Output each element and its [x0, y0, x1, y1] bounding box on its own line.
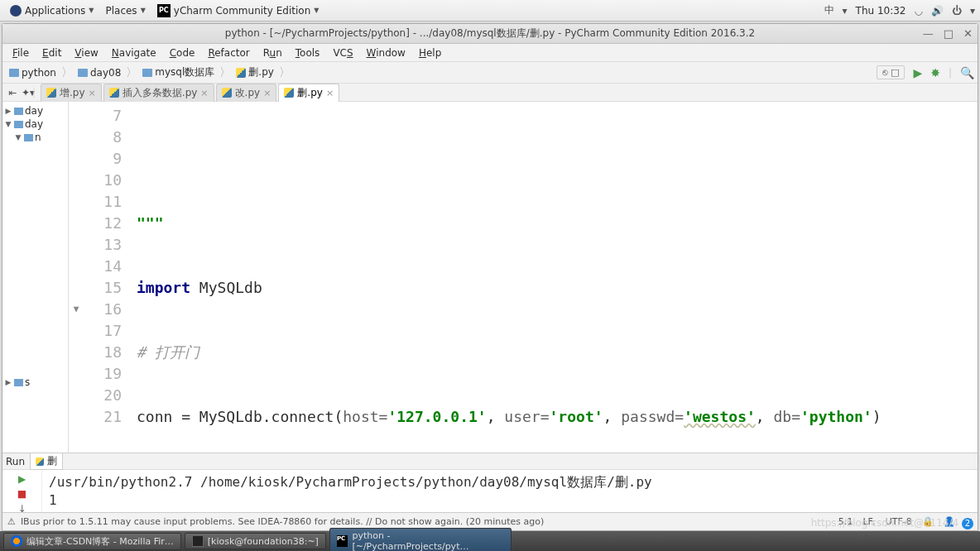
maximize-button[interactable]: □: [944, 27, 954, 40]
back-icon[interactable]: ⇤: [6, 87, 19, 98]
code-line: conn = MySQLdb.connect(host='127.0.0.1',…: [137, 406, 971, 428]
close-tab-icon[interactable]: ×: [89, 88, 96, 98]
line-separator[interactable]: LF:: [862, 516, 875, 527]
status-message[interactable]: IBus prior to 1.5.11 may cause input pro…: [21, 516, 544, 527]
menu-code[interactable]: Code: [163, 46, 202, 60]
project-tree[interactable]: ▶day ▼day ▼n ▶s: [2, 102, 69, 453]
minimize-button[interactable]: —: [923, 27, 934, 40]
menu-view[interactable]: View: [68, 46, 104, 60]
caret-position[interactable]: 5:1: [838, 516, 853, 527]
close-tab-icon[interactable]: ×: [326, 88, 334, 98]
run-command: /usr/bin/python2.7 /home/kiosk/PycharmPr…: [49, 473, 971, 491]
taskbar-pycharm[interactable]: PCpython - [~/PycharmProjects/pyt…: [329, 528, 512, 551]
editor-tool-row: ⇤ ✦▾ | 增.py× 插入多条数据.py× 改.py× 删.py×: [2, 84, 978, 102]
tab-gai[interactable]: 改.py×: [216, 84, 277, 102]
run-config-selector[interactable]: ⎋ □: [877, 65, 906, 79]
file-encoding[interactable]: UTF-8: [886, 516, 912, 527]
network-icon[interactable]: ◡: [914, 5, 922, 17]
pycharm-icon: PC: [157, 4, 171, 17]
tree-row[interactable]: ▶day: [4, 104, 66, 117]
pycharm-icon: PC: [337, 535, 348, 547]
folder-icon: [24, 134, 33, 141]
run-tool-window: Run 删 ▶ ■ ↓ /usr/bin/python2.7 /home/kio…: [2, 453, 978, 512]
python-file-icon: [46, 88, 56, 98]
taskbar-firefox[interactable]: 编辑文章-CSDN博客 - Mozilla Fir…: [3, 533, 181, 550]
close-tab-icon[interactable]: ×: [263, 88, 271, 98]
gutter-warning-icon: ▼: [69, 299, 84, 320]
taskbar-terminal[interactable]: [kiosk@foundation38:~]: [185, 533, 326, 549]
lock-icon[interactable]: 🔒: [922, 516, 934, 527]
code-editor[interactable]: ▼ 789101112131415161718192021 """ import…: [69, 102, 978, 453]
user-menu-icon[interactable]: ▾: [970, 5, 975, 17]
places-menu[interactable]: Places▼: [100, 3, 150, 18]
status-warning-icon[interactable]: ⚠: [7, 516, 16, 527]
run-config-tab[interactable]: 删: [30, 453, 63, 470]
crumb-day08[interactable]: day08: [74, 66, 124, 79]
window-title: python - [~/PycharmProjects/python] - ..…: [225, 26, 755, 41]
menu-file[interactable]: File: [6, 46, 36, 60]
menu-run[interactable]: Run: [257, 46, 289, 60]
tree-row[interactable]: ▼n: [4, 131, 66, 144]
power-icon[interactable]: ⏻: [952, 5, 962, 17]
tab-zeng[interactable]: 增.py×: [41, 84, 102, 102]
folder-icon: [14, 108, 23, 115]
folder-icon: [14, 121, 23, 128]
folder-icon: [78, 69, 88, 77]
python-file-icon: [222, 88, 232, 98]
debug-button[interactable]: ✸: [930, 66, 940, 79]
crumb-mysql[interactable]: mysql数据库: [139, 65, 218, 80]
code-content[interactable]: """ import MySQLdb # 打开门 conn = MySQLdb.…: [130, 102, 978, 453]
rerun-icon[interactable]: ▶: [18, 473, 26, 485]
gutter-marks: ▼: [69, 102, 84, 453]
terminal-icon: [192, 535, 204, 547]
run-label: Run: [6, 456, 25, 467]
volume-icon[interactable]: 🔊: [931, 5, 944, 17]
folder-icon: [9, 69, 19, 77]
run-button[interactable]: ▶: [913, 66, 922, 79]
menu-bar: File Edit View Navigate Code Refactor Ru…: [2, 44, 978, 62]
hector-icon[interactable]: ⊞: [965, 516, 973, 527]
python-file-icon: [236, 68, 246, 78]
menu-edit[interactable]: Edit: [36, 46, 68, 60]
menu-refactor[interactable]: Refactor: [201, 46, 256, 60]
dropdown-icon[interactable]: ▾: [843, 5, 848, 17]
window-titlebar[interactable]: python - [~/PycharmProjects/python] - ..…: [2, 24, 978, 44]
run-toolbar: ▶ ■ ↓: [2, 470, 42, 518]
tab-shan[interactable]: 删.py×: [278, 84, 339, 102]
close-button[interactable]: ✕: [963, 27, 973, 40]
fedora-icon: [10, 5, 22, 17]
navigation-bar: python〉 day08〉 mysql数据库〉 删.py〉 ⎋ □ ▶ ✸ |…: [2, 62, 978, 84]
run-output[interactable]: /usr/bin/python2.7 /home/kiosk/PycharmPr…: [42, 470, 978, 518]
code-line: """: [137, 213, 971, 234]
inspector-icon[interactable]: 👤: [944, 516, 955, 527]
editor-tabs: 增.py× 插入多条数据.py× 改.py× 删.py×: [41, 84, 341, 102]
menu-help[interactable]: Help: [412, 46, 448, 60]
desktop-top-panel: Applications▼ Places▼ PCyCharm Community…: [0, 0, 980, 22]
code-line: import MySQLdb: [137, 277, 971, 299]
applications-menu[interactable]: Applications▼: [5, 3, 98, 18]
line-numbers: 789101112131415161718192021: [84, 102, 130, 453]
pycharm-window: python - [~/PycharmProjects/python] - ..…: [2, 23, 978, 531]
stop-icon[interactable]: ■: [17, 488, 26, 500]
search-everywhere-button[interactable]: 🔍: [960, 66, 974, 79]
code-line: # 打开门: [137, 342, 971, 363]
menu-vcs[interactable]: VCS: [326, 46, 359, 60]
close-tab-icon[interactable]: ×: [200, 88, 208, 98]
active-app-menu[interactable]: PCyCharm Community Edition▼: [152, 2, 324, 19]
python-file-icon: [36, 458, 44, 466]
clock[interactable]: Thu 10:32: [856, 5, 906, 17]
tree-row[interactable]: ▶s: [4, 376, 66, 389]
desktop-taskbar: 编辑文章-CSDN博客 - Mozilla Fir… [kiosk@founda…: [0, 531, 980, 551]
menu-navigate[interactable]: Navigate: [105, 46, 163, 60]
crumb-python[interactable]: python: [6, 66, 60, 79]
crumb-file[interactable]: 删.py: [233, 65, 277, 80]
menu-tools[interactable]: Tools: [289, 46, 327, 60]
python-file-icon: [284, 88, 294, 98]
tab-charu[interactable]: 插入多条数据.py×: [103, 84, 214, 102]
firefox-icon: [11, 535, 22, 547]
input-method-icon[interactable]: 中: [824, 3, 834, 17]
tree-row[interactable]: ▼day: [4, 117, 66, 131]
forward-icon[interactable]: ✦▾: [19, 87, 32, 98]
menu-window[interactable]: Window: [360, 46, 412, 60]
run-tabs: Run 删: [2, 453, 978, 470]
